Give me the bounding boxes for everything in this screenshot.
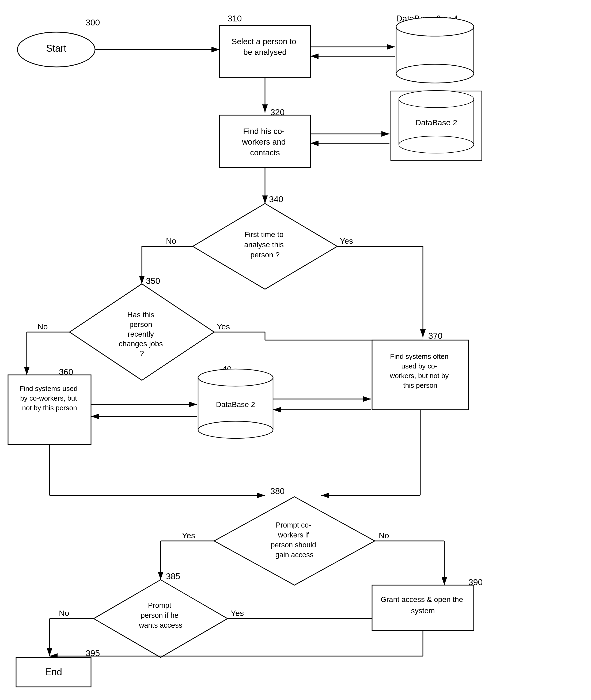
- node-350-line4: changes jobs: [119, 340, 163, 348]
- node-390-line2: system: [411, 606, 435, 615]
- label-310: 310: [227, 14, 242, 23]
- node-385-line2: person if he: [141, 611, 179, 620]
- db2-mid-label: DataBase 2: [216, 400, 255, 409]
- node-385-line3: wants access: [139, 621, 182, 629]
- start-node: Start: [46, 43, 66, 54]
- label-385: 385: [166, 572, 180, 581]
- node-310-line1: Select a person to: [232, 37, 296, 46]
- svg-text:First time to
    analyse this: First time to analyse this person ?: [244, 230, 286, 259]
- node-370-line4: this person: [403, 381, 437, 389]
- svg-point-12: [396, 64, 474, 83]
- node-320-line2: workers and: [242, 137, 285, 146]
- node-380-line3: person should: [271, 541, 316, 549]
- node-340-line1: First time to: [244, 230, 283, 239]
- node-350-line1: Has this: [127, 311, 154, 319]
- node-380-line1: Prompt co-: [276, 521, 311, 529]
- node-360-line1: Find systems used: [19, 385, 78, 393]
- node-370-line2: used by co-: [401, 362, 437, 370]
- label-380: 380: [270, 486, 284, 496]
- node-350-line2: person: [129, 320, 152, 329]
- node-390-line1: Grant access & open the: [381, 595, 463, 603]
- end-node: End: [45, 666, 62, 678]
- svg-point-11: [396, 17, 474, 36]
- svg-point-41: [198, 421, 273, 439]
- node-320-line3: contacts: [250, 148, 280, 157]
- yes-340: Yes: [340, 236, 353, 245]
- node-380-line2: workers if: [277, 531, 309, 539]
- node-350-line5: ?: [140, 349, 144, 357]
- label-395: 395: [86, 648, 100, 658]
- node-360-line3: not by this person: [22, 404, 77, 412]
- label-350: 350: [146, 276, 160, 286]
- node-320-line1: Find his co-: [243, 127, 284, 135]
- node-340-line3: person ?: [251, 251, 280, 259]
- svg-point-18: [399, 136, 474, 153]
- node-380-line4: gain access: [275, 551, 314, 559]
- yes-385: Yes: [231, 609, 244, 618]
- label-370: 370: [428, 331, 443, 341]
- svg-text:Find systems used
    by co-wo: Find systems used by co-workers, but not…: [19, 385, 79, 412]
- yes-350: Yes: [217, 322, 230, 331]
- label-300: 300: [86, 18, 100, 27]
- label-340: 340: [269, 194, 283, 204]
- no-340: No: [166, 236, 176, 245]
- svg-point-17: [399, 91, 474, 108]
- svg-rect-2: [0, 0, 591, 700]
- flowchart-diagram: 300 Start 310 Select a person to be anal…: [0, 0, 591, 700]
- node-360-line2: by co-workers, but: [20, 394, 77, 402]
- node-340-line2: analyse this: [244, 240, 284, 249]
- node-310-line2: be analysed: [243, 48, 287, 57]
- node-370-line1: Find systems often: [390, 352, 448, 360]
- node-385-line1: Prompt: [148, 601, 172, 609]
- node-350-line3: recently: [128, 330, 154, 338]
- node-370-line3: workers, but not by: [390, 372, 449, 380]
- no-350: No: [38, 322, 48, 331]
- yes-380: Yes: [182, 531, 195, 540]
- svg-point-40: [198, 369, 273, 386]
- no-385: No: [59, 609, 69, 618]
- db2-320-label: DataBase 2: [415, 118, 457, 127]
- no-380: No: [379, 531, 389, 540]
